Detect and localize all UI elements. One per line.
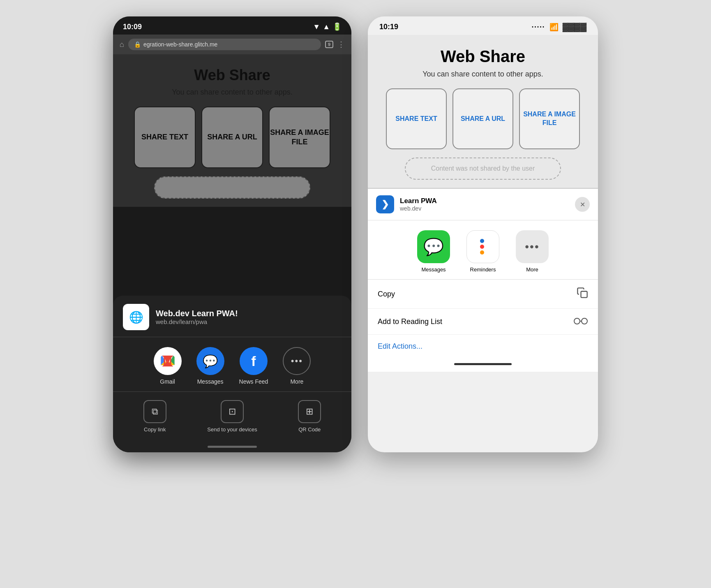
- svg-point-2: [582, 318, 587, 324]
- ios-web-title: Web Share: [380, 47, 586, 66]
- address-bar[interactable]: 🔒 egration-web-share.glitch.me: [128, 39, 321, 50]
- ios-status-text: Content was not shared by the user: [431, 165, 535, 172]
- ios-messages-icon: 💬: [417, 230, 450, 263]
- sharesheet-apps-row: M Gmail 💬 Messages f News Feed •••: [113, 337, 351, 392]
- qr-code-icon: ⊞: [298, 400, 321, 423]
- sharesheet-title: Web.dev Learn PWA!: [156, 309, 238, 318]
- battery-icon: 🔋: [332, 22, 342, 31]
- ios-action-reading-list[interactable]: Add to Reading List: [368, 309, 598, 335]
- ios-web-content: Web Share You can share content to other…: [368, 35, 598, 188]
- android-statusbar: 10:09 ▼ ▲ 🔋: [113, 16, 351, 35]
- android-urlbar: ⌂ 🔒 egration-web-share.glitch.me 9 ⋮: [113, 35, 351, 54]
- ios-home-bar: [368, 358, 598, 372]
- sharesheet-url: web.dev/learn/pwa: [156, 318, 238, 325]
- home-bar-line: [208, 446, 257, 448]
- tabs-badge[interactable]: 9: [325, 41, 333, 48]
- ios-more-icon: •••: [516, 230, 549, 263]
- gmail-icon: M: [154, 347, 182, 375]
- more-icon: •••: [283, 347, 311, 375]
- action-send-devices[interactable]: ⊡ Send to your devices: [207, 400, 257, 433]
- ios-action-copy[interactable]: Copy: [368, 280, 598, 309]
- home-icon[interactable]: ⌂: [120, 40, 124, 49]
- messages-icon: 💬: [196, 347, 224, 375]
- svg-point-1: [574, 318, 580, 324]
- ios-copy-icon: [577, 287, 588, 301]
- copy-link-icon: ⧉: [143, 400, 166, 423]
- ios-app-reminders[interactable]: Reminders: [466, 230, 499, 273]
- ios-statusbar: 10:19 ••••• 📶 ▓▓▓▓: [368, 16, 598, 35]
- ios-status-box: Content was not shared by the user: [405, 157, 561, 180]
- ios-copy-label: Copy: [378, 290, 395, 299]
- more-label: More: [290, 378, 303, 385]
- ios-share-text-button[interactable]: SHARE TEXT: [386, 88, 447, 149]
- url-text: egration-web-share.glitch.me: [143, 41, 218, 48]
- lock-icon: 🔒: [134, 41, 141, 48]
- signal-dots-icon: •••••: [532, 25, 545, 29]
- ios-web-subtitle: You can share content to other apps.: [380, 70, 586, 79]
- signal-icon: ▲: [323, 23, 330, 31]
- qr-code-label: QR Code: [298, 426, 321, 433]
- statusbar-icons: ▼ ▲ 🔋: [313, 22, 342, 31]
- ios-share-buttons-row: SHARE TEXT SHARE A URL SHARE A IMAGE FIL…: [380, 88, 586, 149]
- ios-reminders-icon: [466, 230, 499, 263]
- android-web-content: Web Share You can share content to other…: [113, 54, 351, 207]
- sharesheet-app-more[interactable]: ••• More: [283, 347, 311, 385]
- ios-share-url-button[interactable]: SHARE A URL: [452, 88, 513, 149]
- ios-apps-row: 💬 Messages: [368, 220, 598, 280]
- action-copy-link[interactable]: ⧉ Copy link: [143, 400, 166, 433]
- copy-link-label: Copy link: [144, 426, 166, 433]
- ios-app-name: Learn PWA: [400, 197, 569, 205]
- ios-app-messages[interactable]: 💬 Messages: [417, 230, 450, 273]
- ios-phone: 10:19 ••••• 📶 ▓▓▓▓ Web Share You can sha…: [368, 16, 598, 452]
- ios-reminders-label: Reminders: [470, 266, 496, 273]
- sharesheet-app-gmail[interactable]: M Gmail: [154, 347, 182, 385]
- ios-time: 10:19: [379, 23, 398, 31]
- ios-app-domain: web.dev: [400, 205, 569, 212]
- ios-close-button[interactable]: ✕: [575, 197, 590, 212]
- ios-messages-label: Messages: [421, 266, 446, 273]
- gmail-label: Gmail: [160, 378, 175, 385]
- sharesheet-header: 🌐 Web.dev Learn PWA! web.dev/learn/pwa: [113, 296, 351, 337]
- ios-edit-actions[interactable]: Edit Actions...: [368, 335, 598, 358]
- sharesheet-info: Web.dev Learn PWA! web.dev/learn/pwa: [156, 309, 238, 325]
- battery-icon: ▓▓▓▓: [563, 22, 586, 32]
- wifi-icon: 📶: [549, 23, 559, 32]
- sharesheet-app-messages[interactable]: 💬 Messages: [196, 347, 224, 385]
- ios-sharesheet-title: Learn PWA web.dev: [400, 197, 569, 212]
- ios-edit-actions-label: Edit Actions...: [378, 342, 422, 350]
- ios-app-more[interactable]: ••• More: [516, 230, 549, 273]
- send-devices-label: Send to your devices: [207, 426, 257, 433]
- sharesheet-actions: ⧉ Copy link ⊡ Send to your devices ⊞ QR …: [113, 392, 351, 441]
- sharesheet-app-newsfeed[interactable]: f News Feed: [239, 347, 268, 385]
- messages-label: Messages: [197, 378, 224, 385]
- dark-overlay: [113, 54, 351, 207]
- android-sharesheet: 🌐 Web.dev Learn PWA! web.dev/learn/pwa: [113, 296, 351, 452]
- ios-sharesheet-header: ❯ Learn PWA web.dev ✕: [368, 189, 598, 220]
- ios-more-label: More: [526, 266, 538, 273]
- ios-statusbar-icons: ••••• 📶 ▓▓▓▓: [532, 22, 586, 32]
- android-time: 10:09: [123, 23, 142, 31]
- action-qr-code[interactable]: ⊞ QR Code: [298, 400, 321, 433]
- send-devices-icon: ⊡: [221, 400, 244, 423]
- android-home-bar: [113, 441, 351, 452]
- newsfeed-label: News Feed: [239, 378, 268, 385]
- android-phone: 10:09 ▼ ▲ 🔋 ⌂ 🔒 egration-web-share.glitc…: [113, 16, 351, 452]
- menu-icon[interactable]: ⋮: [337, 40, 345, 49]
- ios-home-indicator: [454, 363, 512, 365]
- facebook-icon: f: [240, 347, 268, 375]
- ios-share-image-button[interactable]: SHARE A IMAGE FILE: [519, 88, 580, 149]
- sharesheet-app-icon: 🌐: [123, 304, 149, 330]
- svg-rect-0: [581, 292, 587, 298]
- ios-glasses-icon: [573, 316, 588, 327]
- ios-app-icon: ❯: [376, 195, 394, 213]
- ios-reading-list-label: Add to Reading List: [378, 317, 442, 326]
- globe-icon: 🌐: [129, 310, 143, 324]
- wifi-icon: ▼: [313, 23, 320, 31]
